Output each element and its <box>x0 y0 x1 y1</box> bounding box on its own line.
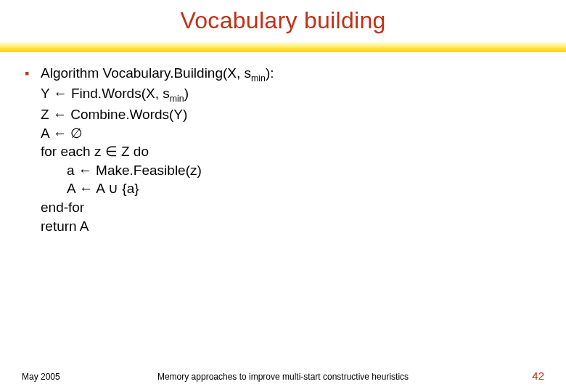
slide-body: ▪ Algorithm Vocabulary.Building(X, smin)… <box>25 64 541 235</box>
algo-l1-sub: min <box>170 94 184 104</box>
algo-line-7: end-for <box>25 198 541 217</box>
algo-line-5: a ← Make.Feasible(z) <box>25 161 541 180</box>
algo-line-3: A ← ∅ <box>25 124 541 143</box>
algo-header-pre: Algorithm Vocabulary.Building(X, s <box>41 65 251 81</box>
footer-page-number: 42 <box>532 369 544 382</box>
algo-line-1: Y ← Find.Words(X, smin) <box>25 84 541 105</box>
algo-l1-pre: Y ← Find.Words(X, s <box>41 86 170 101</box>
algo-line-4: for each z ∈ Z do <box>25 142 541 161</box>
algo-l1-post: ) <box>184 86 189 101</box>
title-underline-stripe <box>0 42 566 52</box>
algo-header-sub: min <box>251 73 266 83</box>
bullet-icon: ▪ <box>25 64 41 83</box>
slide-title: Vocabulary building <box>0 0 566 34</box>
stripe-band <box>0 50 566 52</box>
algo-line-6: A ← A ∪ {a} <box>25 179 541 198</box>
algo-line-8: return A <box>25 217 541 236</box>
footer-caption: Memory approaches to improve multi-start… <box>0 372 566 382</box>
algorithm-header-row: ▪ Algorithm Vocabulary.Building(X, smin)… <box>25 64 541 84</box>
slide: Vocabulary building ▪ Algorithm Vocabula… <box>0 0 566 392</box>
algo-line-2: Z ← Combine.Words(Y) <box>25 105 541 124</box>
algo-header-post: ): <box>266 65 274 81</box>
algorithm-header: Algorithm Vocabulary.Building(X, smin): <box>41 64 274 84</box>
